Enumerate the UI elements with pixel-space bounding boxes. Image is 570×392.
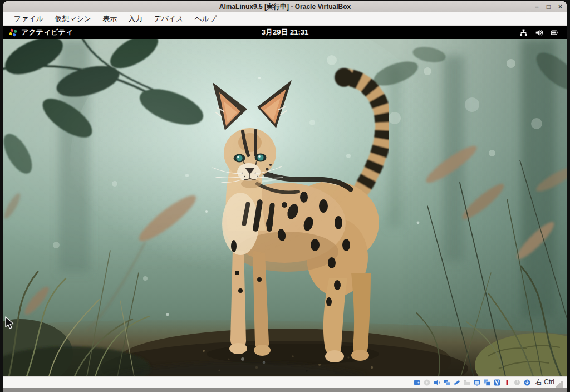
resize-grip[interactable] bbox=[556, 380, 563, 388]
network-icon bbox=[519, 28, 528, 37]
window-border bbox=[3, 388, 567, 392]
shared-clipboard-icon[interactable] bbox=[483, 378, 491, 386]
volume-icon bbox=[535, 28, 543, 37]
clock[interactable]: 3月29日 21:31 bbox=[3, 27, 567, 37]
features-icon[interactable] bbox=[493, 378, 501, 386]
display-icon[interactable] bbox=[473, 378, 481, 386]
window-controls: – □ × bbox=[535, 1, 562, 12]
menu-input[interactable]: 入力 bbox=[123, 13, 148, 25]
vbox-menubar: ファイル 仮想マシン 表示 入力 デバイス ヘルプ bbox=[3, 12, 567, 26]
optical-drives-icon[interactable] bbox=[422, 378, 431, 386]
menu-devices[interactable]: デバイス bbox=[149, 13, 188, 25]
recording-icon[interactable] bbox=[503, 378, 511, 386]
activities-button[interactable]: アクティビティ bbox=[3, 26, 78, 39]
battery-icon bbox=[551, 28, 559, 37]
menu-file[interactable]: ファイル bbox=[9, 13, 48, 25]
keyboard-capture-icon[interactable] bbox=[523, 378, 531, 386]
desktop-wallpaper bbox=[3, 39, 567, 376]
gnome-topbar: アクティビティ 3月29日 21:31 bbox=[3, 26, 567, 39]
system-status-area[interactable] bbox=[519, 26, 567, 39]
mouse-cursor-icon bbox=[4, 316, 14, 330]
wallpaper-image bbox=[3, 39, 567, 376]
vm-display: アクティビティ 3月29日 21:31 bbox=[3, 26, 567, 376]
mouse-integration-icon[interactable] bbox=[513, 378, 521, 386]
desktop-background: AlmaLinux9.5 [実行中] - Oracle VirtualBox –… bbox=[0, 0, 570, 392]
minimize-button[interactable]: – bbox=[535, 1, 539, 12]
menu-help[interactable]: ヘルプ bbox=[189, 13, 222, 25]
window-titlebar[interactable]: AlmaLinux9.5 [実行中] - Oracle VirtualBox –… bbox=[3, 1, 567, 12]
host-key-label: 右 Ctrl bbox=[535, 378, 554, 387]
menu-view[interactable]: 表示 bbox=[97, 13, 122, 25]
audio-icon[interactable] bbox=[433, 378, 441, 386]
maximize-button[interactable]: □ bbox=[547, 1, 551, 12]
hard-disks-icon[interactable] bbox=[412, 378, 421, 386]
window-title: AlmaLinux9.5 [実行中] - Oracle VirtualBox bbox=[219, 2, 351, 12]
menu-machine[interactable]: 仮想マシン bbox=[50, 13, 96, 25]
shared-folders-icon[interactable] bbox=[463, 378, 471, 386]
vbox-statusbar: 右 Ctrl bbox=[3, 376, 567, 388]
network-adapter-icon[interactable] bbox=[443, 378, 451, 386]
virtualbox-window: AlmaLinux9.5 [実行中] - Oracle VirtualBox –… bbox=[3, 1, 567, 392]
distro-logo-icon bbox=[9, 28, 17, 37]
close-button[interactable]: × bbox=[558, 1, 562, 12]
usb-icon[interactable] bbox=[453, 378, 461, 386]
activities-label: アクティビティ bbox=[21, 27, 73, 37]
